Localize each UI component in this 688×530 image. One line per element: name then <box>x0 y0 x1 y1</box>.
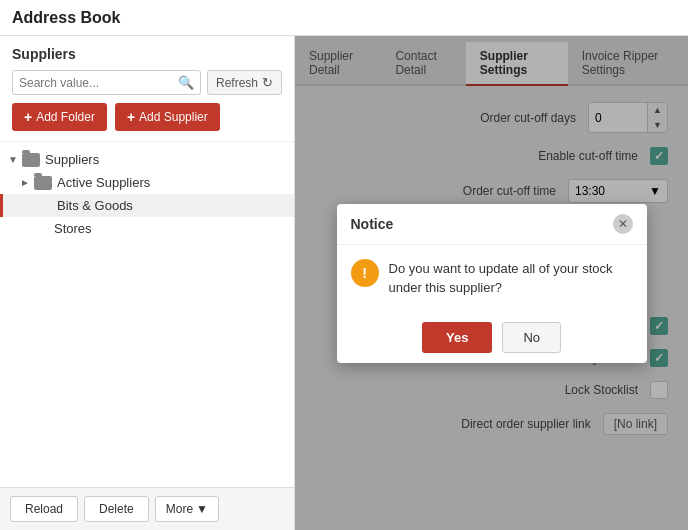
tree-label-stores: Stores <box>54 221 92 236</box>
delete-button[interactable]: Delete <box>84 496 149 522</box>
dialog-header: Notice ✕ <box>337 204 647 245</box>
reload-button[interactable]: Reload <box>10 496 78 522</box>
tree-item-stores[interactable]: Stores <box>0 217 294 240</box>
tree-label-active: Active Suppliers <box>57 175 150 190</box>
no-label: No <box>523 330 540 345</box>
folder-icon-active <box>34 176 52 190</box>
dialog-body: ! Do you want to update all of your stoc… <box>337 245 647 312</box>
sidebar: Suppliers 🔍 Refresh ↻ + Add Folder + <box>0 36 295 530</box>
yes-button[interactable]: Yes <box>422 322 492 353</box>
add-folder-label: Add Folder <box>36 110 95 124</box>
sidebar-header: Suppliers 🔍 Refresh ↻ + Add Folder + <box>0 36 294 142</box>
expand-arrow-suppliers: ▼ <box>8 154 22 165</box>
tree-area: ▼ Suppliers ► Active Suppliers Bits & Go… <box>0 142 294 487</box>
tree-label-suppliers: Suppliers <box>45 152 99 167</box>
plus-icon: + <box>24 109 32 125</box>
sidebar-footer: Reload Delete More ▼ <box>0 487 294 530</box>
more-label: More <box>166 502 193 516</box>
action-row: + Add Folder + Add Supplier <box>12 103 282 131</box>
tree-item-active-suppliers[interactable]: ► Active Suppliers <box>0 171 294 194</box>
search-icon: 🔍 <box>178 75 194 90</box>
sidebar-title: Suppliers <box>12 46 282 62</box>
refresh-button[interactable]: Refresh ↻ <box>207 70 282 95</box>
page-title: Address Book <box>12 9 120 27</box>
plus-icon-2: + <box>127 109 135 125</box>
warning-icon: ! <box>351 259 379 287</box>
main-layout: Suppliers 🔍 Refresh ↻ + Add Folder + <box>0 36 688 530</box>
add-folder-button[interactable]: + Add Folder <box>12 103 107 131</box>
add-supplier-label: Add Supplier <box>139 110 208 124</box>
refresh-label: Refresh <box>216 76 258 90</box>
no-button[interactable]: No <box>502 322 561 353</box>
expand-arrow-active: ► <box>20 177 34 188</box>
tree-item-bits-goods[interactable]: Bits & Goods <box>0 194 294 217</box>
tree-item-suppliers[interactable]: ▼ Suppliers <box>0 148 294 171</box>
chevron-down-icon: ▼ <box>196 502 208 516</box>
dialog-footer: Yes No <box>337 312 647 363</box>
add-supplier-button[interactable]: + Add Supplier <box>115 103 220 131</box>
notice-dialog: Notice ✕ ! Do you want to update all of … <box>337 204 647 363</box>
search-input[interactable] <box>19 76 178 90</box>
delete-label: Delete <box>99 502 134 516</box>
tree-label-bits-goods: Bits & Goods <box>57 198 133 213</box>
search-box[interactable]: 🔍 <box>12 70 201 95</box>
content-area: Supplier Detail Contact Detail Supplier … <box>295 36 688 530</box>
dialog-title: Notice <box>351 216 394 232</box>
search-row: 🔍 Refresh ↻ <box>12 70 282 95</box>
refresh-icon: ↻ <box>262 75 273 90</box>
folder-icon-suppliers <box>22 153 40 167</box>
dialog-overlay: Notice ✕ ! Do you want to update all of … <box>295 36 688 530</box>
yes-label: Yes <box>446 330 468 345</box>
reload-label: Reload <box>25 502 63 516</box>
more-button[interactable]: More ▼ <box>155 496 219 522</box>
app-header: Address Book <box>0 0 688 36</box>
dialog-close-button[interactable]: ✕ <box>613 214 633 234</box>
dialog-message: Do you want to update all of your stock … <box>389 259 633 298</box>
